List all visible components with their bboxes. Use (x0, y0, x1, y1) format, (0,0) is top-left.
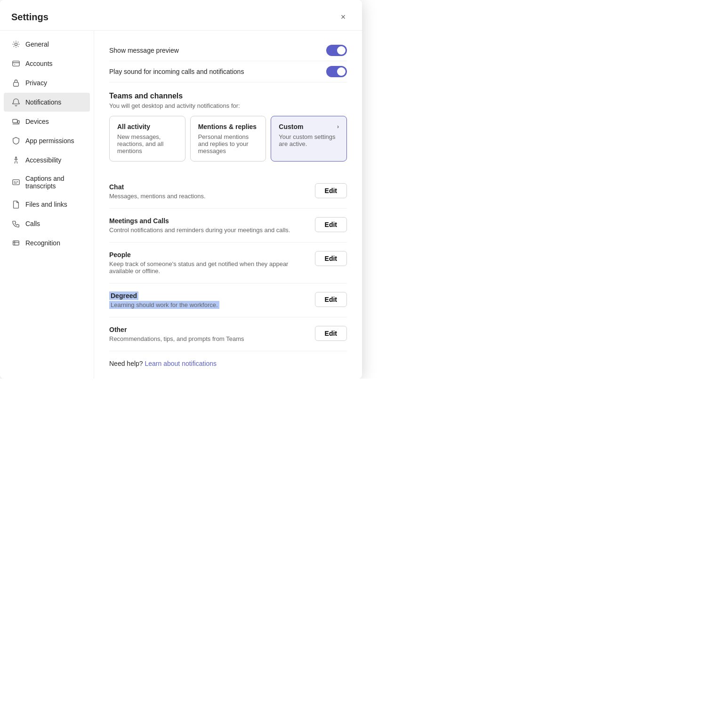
notif-desc-meetings-calls: Control notifications and reminders duri… (109, 226, 307, 234)
notification-section-other: Other Recommendations, tips, and prompts… (109, 317, 347, 351)
card-desc-mentions-replies: Personal mentions and replies to your me… (198, 133, 258, 154)
devices-icon (11, 117, 21, 126)
notif-desc-degreed: Learning should work for the workforce. (109, 301, 307, 308)
content-area: Show message preview Play sound for inco… (94, 31, 362, 379)
sidebar-item-label: Calls (25, 220, 40, 227)
card-custom[interactable]: Custom › Your custom settings are active… (271, 116, 347, 162)
notif-title-people: People (109, 251, 307, 259)
card-title-custom: Custom › (279, 123, 339, 130)
sidebar-item-label: Notifications (25, 98, 61, 106)
chevron-right-icon: › (337, 123, 339, 130)
svg-point-0 (15, 43, 17, 45)
notif-info-chat: Chat Messages, mentions and reactions. (109, 183, 307, 200)
notification-section-meetings-calls: Meetings and Calls Control notifications… (109, 209, 347, 243)
call-icon (11, 219, 21, 228)
notif-title-chat: Chat (109, 183, 307, 191)
svg-rect-6 (18, 121, 20, 123)
sidebar-item-label: Devices (25, 118, 49, 125)
edit-button-people[interactable]: Edit (315, 251, 347, 266)
sidebar-item-label: Accounts (25, 60, 53, 67)
help-link[interactable]: Learn about notifications (145, 360, 217, 367)
svg-point-8 (16, 157, 17, 158)
settings-modal: Settings × General Accounts Privacy Noti… (0, 0, 362, 379)
sidebar-item-notifications[interactable]: Notifications (4, 93, 90, 112)
accounts-icon (11, 59, 21, 68)
svg-rect-10 (13, 180, 19, 185)
toggle-label-show-preview: Show message preview (109, 47, 179, 54)
toggle-show-preview[interactable] (326, 45, 347, 56)
edit-button-degreed[interactable]: Edit (315, 292, 347, 307)
file-icon (11, 200, 21, 209)
teams-channels-subtitle: You will get desktop and activity notifi… (109, 102, 347, 109)
toggle-play-sound[interactable] (326, 66, 347, 77)
card-desc-custom: Your custom settings are active. (279, 133, 339, 147)
svg-rect-1 (13, 61, 19, 66)
lock-icon (11, 78, 21, 88)
recognition-icon (11, 238, 21, 248)
sidebar-item-captions[interactable]: Captions and transcripts (4, 170, 90, 194)
sidebar-item-files[interactable]: Files and links (4, 195, 90, 214)
modal-body: General Accounts Privacy Notifications D… (0, 31, 362, 379)
close-button[interactable]: × (336, 9, 351, 24)
help-row: Need help? Learn about notifications (109, 351, 347, 369)
sidebar-item-calls[interactable]: Calls (4, 214, 90, 233)
sidebar-item-devices[interactable]: Devices (4, 112, 90, 131)
sidebar-item-app-permissions[interactable]: App permissions (4, 131, 90, 150)
sidebar-item-general[interactable]: General (4, 35, 90, 54)
card-mentions-replies[interactable]: Mentions & replies Personal mentions and… (190, 116, 266, 162)
notif-info-other: Other Recommendations, tips, and prompts… (109, 326, 307, 342)
notif-title-meetings-calls: Meetings and Calls (109, 217, 307, 225)
sidebar-item-label: App permissions (25, 137, 74, 145)
modal-title: Settings (11, 12, 48, 23)
help-text: Need help? (109, 360, 145, 367)
card-title-mentions-replies: Mentions & replies (198, 123, 258, 130)
notif-title-other: Other (109, 326, 307, 333)
shield-icon (11, 136, 21, 146)
svg-rect-5 (13, 120, 17, 123)
sidebar-item-label: Captions and transcripts (25, 175, 82, 190)
sidebar-item-label: Accessibility (25, 156, 61, 164)
sidebar-item-accessibility[interactable]: Accessibility (4, 151, 90, 170)
svg-rect-4 (14, 82, 19, 86)
notif-info-people: People Keep track of someone's status an… (109, 251, 307, 275)
accessibility-icon (11, 155, 21, 165)
toggle-row-play-sound: Play sound for incoming calls and notifi… (109, 61, 347, 82)
notification-section-people: People Keep track of someone's status an… (109, 243, 347, 283)
sidebar-item-label: General (25, 40, 49, 48)
gear-icon (11, 40, 21, 49)
sidebar-item-accounts[interactable]: Accounts (4, 54, 90, 73)
notification-section-chat: Chat Messages, mentions and reactions. E… (109, 175, 347, 209)
notif-desc-chat: Messages, mentions and reactions. (109, 193, 307, 200)
toggle-label-play-sound: Play sound for incoming calls and notifi… (109, 68, 244, 75)
edit-button-meetings-calls[interactable]: Edit (315, 217, 347, 232)
card-title-all-activity: All activity (117, 123, 177, 130)
notif-title-degreed: Degreed (109, 292, 307, 299)
sidebar-item-label: Files and links (25, 201, 67, 208)
card-all-activity[interactable]: All activity New messages, reactions, an… (109, 116, 185, 162)
notification-section-degreed: Degreed Learning should work for the wor… (109, 283, 347, 317)
svg-rect-14 (13, 241, 19, 245)
card-desc-all-activity: New messages, reactions, and all mention… (117, 133, 177, 154)
captions-icon (11, 178, 21, 187)
modal-header: Settings × (0, 0, 362, 30)
teams-channels-section: Teams and channels You will get desktop … (109, 92, 347, 162)
edit-button-other[interactable]: Edit (315, 326, 347, 341)
teams-channels-title: Teams and channels (109, 92, 347, 100)
toggle-row-show-preview: Show message preview (109, 40, 347, 61)
edit-button-chat[interactable]: Edit (315, 183, 347, 198)
sidebar-item-privacy[interactable]: Privacy (4, 73, 90, 92)
sidebar-item-recognition[interactable]: Recognition (4, 234, 90, 252)
bell-icon (11, 97, 21, 107)
sidebar-item-label: Privacy (25, 79, 47, 87)
notif-desc-other: Recommendations, tips, and prompts from … (109, 335, 307, 342)
notif-desc-people: Keep track of someone's status and get n… (109, 260, 307, 275)
sidebar-item-label: Recognition (25, 239, 60, 247)
notif-info-degreed: Degreed Learning should work for the wor… (109, 292, 307, 308)
notification-cards-row: All activity New messages, reactions, an… (109, 116, 347, 162)
sidebar: General Accounts Privacy Notifications D… (0, 31, 94, 379)
notif-info-meetings-calls: Meetings and Calls Control notifications… (109, 217, 307, 234)
